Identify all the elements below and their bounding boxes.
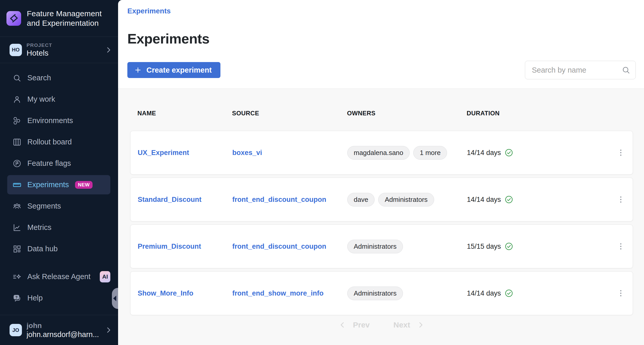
next-label: Next xyxy=(393,321,410,329)
help-chat-icon: ? xyxy=(12,294,22,303)
user-text: john john.arnsdorf@harn... xyxy=(27,322,105,339)
app-title: Feature Management and Experimentation xyxy=(27,9,102,28)
duration-cell: 14/14 days xyxy=(467,148,609,157)
chevron-right-icon xyxy=(105,326,112,334)
row-menu-button[interactable] xyxy=(609,272,633,315)
breadcrumb[interactable]: Experiments xyxy=(127,7,171,15)
owner-pill[interactable]: Administrators xyxy=(378,193,434,206)
experiment-name-link[interactable]: UX_Experiment xyxy=(138,149,189,157)
column-header-source: SOURCE xyxy=(232,110,347,117)
sidebar-item-data-hub[interactable]: Data hub xyxy=(7,239,110,258)
experiments-table: NAME SOURCE OWNERS DURATION UX_Experimen… xyxy=(118,89,644,345)
check-circle-icon xyxy=(505,195,513,204)
column-header-owners: OWNERS xyxy=(347,110,467,117)
sidebar-item-environments[interactable]: Environments xyxy=(7,111,110,130)
table-row: Premium_Discount front_end_discount_coup… xyxy=(130,225,633,268)
sidebar-item-label: Experiments xyxy=(27,180,69,189)
sidebar-item-label: Data hub xyxy=(27,245,58,253)
experiment-source-link[interactable]: boxes_vi xyxy=(232,149,262,157)
owner-pill[interactable]: dave xyxy=(347,193,375,206)
sidebar-item-segments[interactable]: Segments xyxy=(7,196,110,216)
project-text: PROJECT Hotels xyxy=(27,42,105,57)
chevron-right-icon xyxy=(105,46,112,54)
project-name: Hotels xyxy=(27,49,105,57)
line-chart-icon xyxy=(12,223,22,232)
experiment-source-link[interactable]: front_end_discount_coupon xyxy=(232,243,326,251)
duration-cell: 14/14 days xyxy=(467,289,609,298)
sidebar-collapse-handle[interactable] xyxy=(112,288,118,309)
create-experiment-button[interactable]: Create experiment xyxy=(127,62,220,78)
prev-page-button[interactable]: Prev xyxy=(338,321,370,329)
owners-cell: magdalena.sano 1 more xyxy=(347,146,467,160)
app-logo-icon xyxy=(6,11,21,26)
main-content: Experiments Experiments Create experimen… xyxy=(118,0,644,345)
sidebar-item-label: Rollout board xyxy=(27,138,72,146)
sparkle-lines-icon xyxy=(12,272,22,281)
owner-pill-more[interactable]: 1 more xyxy=(413,146,447,160)
page-title: Experiments xyxy=(127,31,636,46)
next-page-button[interactable]: Next xyxy=(393,321,425,329)
table-row: UX_Experiment boxes_vi magdalena.sano 1 … xyxy=(130,131,633,175)
experiment-name-link[interactable]: Standard_Discount xyxy=(138,196,202,204)
sidebar-item-my-work[interactable]: My work xyxy=(7,90,110,109)
sidebar-spacer xyxy=(0,261,118,267)
sidebar: Feature Management and Experimentation H… xyxy=(0,0,118,345)
app-window: Feature Management and Experimentation H… xyxy=(0,0,644,345)
board-columns-icon xyxy=(12,137,22,147)
owner-pill[interactable]: Administrators xyxy=(347,287,403,300)
sidebar-item-label: Help xyxy=(27,294,43,302)
toolbar: Create experiment xyxy=(127,61,636,79)
new-badge: NEW xyxy=(75,181,93,189)
owner-pill[interactable]: magdalena.sano xyxy=(347,146,410,160)
row-menu-button[interactable] xyxy=(609,178,633,221)
owners-cell: Administrators xyxy=(347,287,467,300)
user-email: john.arnsdorf@harn... xyxy=(27,330,105,339)
duration-text: 15/15 days xyxy=(467,243,501,251)
owners-cell: dave Administrators xyxy=(347,193,467,206)
experiment-source-link[interactable]: front_end_show_more_info xyxy=(232,289,324,297)
column-header-duration: DURATION xyxy=(467,110,609,117)
user-menu[interactable]: JO john john.arnsdorf@harn... xyxy=(0,315,118,345)
duration-text: 14/14 days xyxy=(467,149,501,157)
sidebar-item-label: My work xyxy=(27,95,55,104)
user-avatar: JO xyxy=(10,324,22,336)
owners-cell: Administrators xyxy=(347,240,467,253)
sidebar-item-rollout-board[interactable]: Rollout board xyxy=(7,132,110,152)
sidebar-item-label: Metrics xyxy=(27,223,51,232)
search-input[interactable] xyxy=(525,61,636,79)
svg-text:?: ? xyxy=(15,295,18,299)
sidebar-item-metrics[interactable]: Metrics xyxy=(7,218,110,237)
row-menu-button[interactable] xyxy=(609,131,633,174)
create-experiment-label: Create experiment xyxy=(146,66,212,74)
sidebar-item-help[interactable]: ? Help xyxy=(7,288,110,308)
sidebar-item-experiments[interactable]: Experiments NEW xyxy=(7,175,110,194)
row-menu-button[interactable] xyxy=(609,225,633,268)
sidebar-item-label: Feature flags xyxy=(27,159,71,168)
person-icon xyxy=(12,95,22,104)
experiment-source-link[interactable]: front_end_discount_coupon xyxy=(232,196,326,204)
sidebar-item-feature-flags[interactable]: Feature flags xyxy=(7,154,110,173)
hexagons-icon xyxy=(12,116,22,125)
sidebar-nav: Search My work Environments xyxy=(0,63,118,261)
table-row: Standard_Discount front_end_discount_cou… xyxy=(130,178,633,221)
sidebar-item-label: Environments xyxy=(27,116,73,125)
sidebar-item-ask-release-agent[interactable]: Ask Release Agent AI xyxy=(7,267,110,286)
check-circle-icon xyxy=(505,289,513,298)
page-header: Experiments Experiments Create experimen… xyxy=(118,0,644,89)
ai-badge: AI xyxy=(100,271,110,282)
search-icon xyxy=(12,73,22,83)
sidebar-item-search[interactable]: Search xyxy=(7,68,110,88)
experiment-name-link[interactable]: Premium_Discount xyxy=(138,243,201,251)
prev-label: Prev xyxy=(353,321,370,329)
people-group-icon xyxy=(12,202,22,211)
user-name: john xyxy=(27,322,105,330)
sidebar-item-label: Search xyxy=(27,74,51,82)
owner-pill[interactable]: Administrators xyxy=(347,240,403,253)
experiment-name-link[interactable]: Show_More_Info xyxy=(138,289,193,297)
duration-cell: 15/15 days xyxy=(467,242,609,251)
project-selector[interactable]: HO PROJECT Hotels xyxy=(0,37,118,63)
app-title-line2: and Experimentation xyxy=(27,19,99,27)
pagination: Prev Next xyxy=(130,319,633,331)
project-badge: HO xyxy=(10,44,22,56)
duration-cell: 14/14 days xyxy=(467,195,609,204)
